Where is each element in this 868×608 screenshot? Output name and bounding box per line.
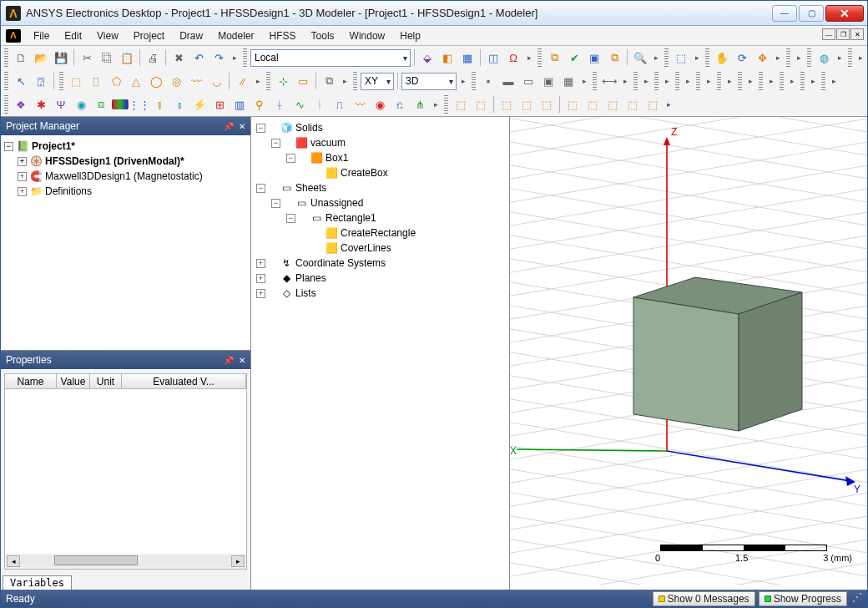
- view-combo[interactable]: 3D: [401, 73, 457, 90]
- draw-box-button[interactable]: ⬚: [67, 72, 85, 90]
- tb3-x[interactable]: ⬚: [603, 95, 622, 114]
- pin-icon[interactable]: 📌: [224, 356, 234, 365]
- scope-combo[interactable]: Local: [250, 49, 411, 67]
- tb3-q[interactable]: ⎍: [331, 95, 349, 114]
- draw-sphere-button[interactable]: ◯: [147, 72, 165, 90]
- tb3-m[interactable]: ⚲: [250, 95, 269, 114]
- toolbar-overflow[interactable]: ▸: [641, 72, 651, 90]
- tb-btn-l[interactable]: ⧉: [320, 72, 338, 90]
- tb3-f[interactable]: [112, 99, 129, 109]
- tb-btn-i[interactable]: ✥: [753, 48, 771, 67]
- plane-combo[interactable]: XY: [361, 73, 394, 90]
- tb3-t[interactable]: ⎌: [391, 95, 409, 114]
- tb-btn-c[interactable]: ▦: [458, 48, 477, 67]
- tb3-o[interactable]: ∿: [290, 95, 309, 114]
- snap-edge-button[interactable]: ▬: [499, 72, 517, 90]
- print-button[interactable]: 🖨: [144, 48, 162, 67]
- toolbar-overflow[interactable]: ▸: [724, 72, 734, 90]
- help-cursor-button[interactable]: ⍰: [32, 72, 50, 90]
- toolbar-overflow[interactable]: ▸: [579, 72, 589, 90]
- model-tree-item[interactable]: −▭Sheets: [251, 180, 509, 195]
- tree-root-project[interactable]: −📗Project1*: [1, 139, 250, 154]
- tb3-r[interactable]: 〰: [351, 95, 369, 114]
- mdi-restore-button[interactable]: ❐: [836, 28, 850, 40]
- draw-cylinder-button[interactable]: ⌷: [87, 72, 105, 90]
- validate-button[interactable]: ✔: [565, 48, 583, 67]
- tb3-j[interactable]: ⚡: [190, 95, 209, 114]
- toolbar-overflow[interactable]: ▸: [458, 72, 468, 90]
- save-button[interactable]: 💾: [52, 48, 70, 67]
- redo-button[interactable]: ↷: [209, 48, 228, 67]
- draw-polyhedron-button[interactable]: ⬠: [107, 72, 125, 90]
- menu-window[interactable]: Window: [342, 28, 393, 43]
- model-tree-item[interactable]: −🧊Solids: [251, 120, 509, 135]
- select-button[interactable]: ↖: [12, 72, 30, 90]
- tb3-e[interactable]: ⧈: [92, 95, 110, 114]
- mdi-close-button[interactable]: ✕: [850, 28, 864, 40]
- bool-imprint-button[interactable]: ⬚: [537, 95, 556, 114]
- tb-btn-j[interactable]: ◍: [815, 48, 833, 67]
- toolbar-overflow[interactable]: ▸: [253, 72, 263, 90]
- viewport-3d[interactable]: Z X Y 01.53 (mm): [510, 117, 867, 590]
- model-tree-item[interactable]: +◇Lists: [251, 286, 509, 301]
- menu-draw[interactable]: Draw: [172, 28, 210, 43]
- project-tree-item[interactable]: +🛞HFSSDesign1 (DrivenModal)*: [1, 154, 250, 169]
- toolbar-overflow[interactable]: ▸: [651, 48, 661, 67]
- draw-cone-button[interactable]: △: [127, 72, 145, 90]
- toolbar-overflow[interactable]: ▸: [704, 72, 714, 90]
- box-model[interactable]: [510, 117, 867, 585]
- sweep-button[interactable]: ⫽: [233, 72, 251, 90]
- model-tree-item[interactable]: 🟨CreateRectangle: [251, 225, 509, 241]
- tb3-h[interactable]: ⫿: [150, 95, 169, 114]
- tb3-l[interactable]: ▥: [230, 95, 249, 114]
- bool-split-button[interactable]: ⬚: [517, 95, 536, 114]
- pin-icon[interactable]: 📌: [224, 122, 234, 131]
- tb-btn-k[interactable]: ▭: [294, 72, 312, 90]
- open-button[interactable]: 📂: [32, 48, 50, 67]
- tb3-s[interactable]: ◉: [371, 95, 389, 114]
- model-tree-item[interactable]: −🟥vacuum: [251, 135, 509, 150]
- menu-view[interactable]: View: [89, 28, 126, 43]
- show-messages-button[interactable]: Show 0 Messages: [653, 591, 755, 606]
- model-tree-item[interactable]: −🟧Box1: [251, 150, 509, 165]
- close-button[interactable]: ✕: [825, 5, 864, 22]
- bool-intersect-button[interactable]: ⬚: [497, 95, 516, 114]
- draw-torus-button[interactable]: ◎: [167, 72, 185, 90]
- snap-vertex-button[interactable]: ▪: [479, 72, 497, 90]
- toolbar-overflow[interactable]: ▸: [787, 72, 797, 90]
- tb-btn-g[interactable]: ⧉: [605, 48, 623, 67]
- tb3-u[interactable]: ⋔: [411, 95, 429, 114]
- undo-button[interactable]: ↶: [189, 48, 208, 67]
- pan-button[interactable]: ✋: [713, 48, 731, 67]
- toolbar-overflow[interactable]: ▸: [773, 48, 783, 67]
- show-progress-button[interactable]: Show Progress: [759, 591, 847, 606]
- scroll-thumb[interactable]: [54, 555, 138, 565]
- scroll-right-icon[interactable]: ▸: [231, 555, 245, 567]
- analyze-button[interactable]: ▣: [585, 48, 603, 67]
- tb3-k[interactable]: ⊞: [210, 95, 229, 114]
- mdi-minimize-button[interactable]: —: [822, 28, 835, 40]
- model-tree[interactable]: −🧊Solids−🟥vacuum−🟧Box1🟨CreateBox−▭Sheets…: [251, 117, 510, 590]
- paste-button[interactable]: 📋: [118, 48, 136, 67]
- menu-file[interactable]: File: [26, 28, 57, 43]
- menu-project[interactable]: Project: [126, 28, 172, 43]
- model-tree-item[interactable]: −▭Rectangle1: [251, 210, 509, 225]
- menu-hfss[interactable]: HFSS: [262, 28, 304, 43]
- tb-btn-a[interactable]: ⬙: [418, 48, 437, 67]
- draw-helix-button[interactable]: 〰: [187, 72, 205, 90]
- bool-subtract-button[interactable]: ⬚: [472, 95, 490, 114]
- snap-body-button[interactable]: ▣: [539, 72, 558, 90]
- project-tree-item[interactable]: +📁Definitions: [1, 184, 250, 199]
- new-button[interactable]: 🗋: [12, 48, 30, 67]
- toolbar-grip[interactable]: [4, 48, 8, 67]
- model-tree-item[interactable]: −▭Unassigned: [251, 195, 509, 210]
- tb3-a[interactable]: ❖: [12, 95, 30, 114]
- measure-button[interactable]: ⟷: [600, 72, 618, 90]
- model-tree-item[interactable]: 🟨CreateBox: [251, 165, 509, 180]
- menu-modeler[interactable]: Modeler: [210, 28, 261, 43]
- minimize-button[interactable]: —: [772, 5, 797, 22]
- toolbar-overflow[interactable]: ▸: [340, 72, 350, 90]
- menu-tools[interactable]: Tools: [304, 28, 342, 43]
- snap-multi-button[interactable]: ▦: [559, 72, 578, 90]
- zoom-button[interactable]: 🔍: [631, 48, 649, 67]
